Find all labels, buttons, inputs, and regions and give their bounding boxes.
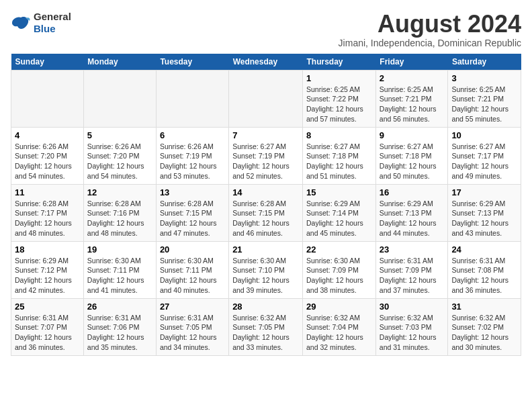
day-number: 17 bbox=[451, 187, 517, 197]
calendar-cell: 17Sunrise: 6:29 AMSunset: 7:13 PMDayligh… bbox=[448, 184, 521, 241]
calendar-header-row: SundayMondayTuesdayWednesdayThursdayFrid… bbox=[11, 54, 521, 71]
day-number: 24 bbox=[451, 244, 517, 255]
day-info: Sunrise: 6:29 AMSunset: 7:12 PMDaylight:… bbox=[15, 256, 80, 295]
day-number: 25 bbox=[15, 302, 80, 312]
day-number: 10 bbox=[451, 130, 517, 140]
day-number: 20 bbox=[160, 244, 225, 255]
calendar-cell: 22Sunrise: 6:30 AMSunset: 7:09 PMDayligh… bbox=[303, 241, 376, 298]
calendar-cell: 7Sunrise: 6:27 AMSunset: 7:19 PMDaylight… bbox=[229, 127, 303, 184]
calendar-cell: 25Sunrise: 6:31 AMSunset: 7:07 PMDayligh… bbox=[11, 298, 84, 355]
day-number: 29 bbox=[306, 302, 372, 312]
day-number: 26 bbox=[87, 302, 152, 312]
day-info: Sunrise: 6:25 AMSunset: 7:22 PMDaylight:… bbox=[306, 85, 372, 124]
calendar-cell: 26Sunrise: 6:31 AMSunset: 7:06 PMDayligh… bbox=[83, 298, 156, 355]
calendar-cell: 10Sunrise: 6:27 AMSunset: 7:17 PMDayligh… bbox=[448, 127, 521, 184]
calendar-cell: 28Sunrise: 6:32 AMSunset: 7:05 PMDayligh… bbox=[229, 298, 303, 355]
day-info: Sunrise: 6:31 AMSunset: 7:06 PMDaylight:… bbox=[87, 313, 152, 353]
calendar-cell: 30Sunrise: 6:32 AMSunset: 7:03 PMDayligh… bbox=[375, 298, 448, 355]
calendar-cell: 9Sunrise: 6:27 AMSunset: 7:18 PMDaylight… bbox=[375, 127, 448, 184]
day-number: 5 bbox=[87, 130, 152, 140]
calendar-cell: 3Sunrise: 6:25 AMSunset: 7:21 PMDaylight… bbox=[448, 70, 521, 127]
day-info: Sunrise: 6:31 AMSunset: 7:08 PMDaylight:… bbox=[451, 256, 517, 295]
calendar-cell: 4Sunrise: 6:26 AMSunset: 7:20 PMDaylight… bbox=[11, 127, 84, 184]
day-number: 4 bbox=[15, 130, 80, 140]
day-number: 23 bbox=[380, 244, 445, 255]
day-info: Sunrise: 6:27 AMSunset: 7:18 PMDaylight:… bbox=[380, 142, 445, 181]
day-number: 9 bbox=[380, 130, 445, 140]
calendar-cell: 2Sunrise: 6:25 AMSunset: 7:21 PMDaylight… bbox=[375, 70, 448, 127]
day-info: Sunrise: 6:28 AMSunset: 7:16 PMDaylight:… bbox=[87, 199, 152, 238]
logo-text: General Blue bbox=[34, 11, 71, 35]
calendar-cell: 27Sunrise: 6:31 AMSunset: 7:05 PMDayligh… bbox=[156, 298, 228, 355]
day-info: Sunrise: 6:26 AMSunset: 7:20 PMDaylight:… bbox=[87, 142, 152, 181]
day-info: Sunrise: 6:31 AMSunset: 7:07 PMDaylight:… bbox=[15, 313, 80, 353]
day-number: 19 bbox=[87, 244, 152, 255]
day-number: 22 bbox=[306, 244, 372, 255]
day-number: 30 bbox=[380, 302, 445, 312]
calendar-cell: 15Sunrise: 6:29 AMSunset: 7:14 PMDayligh… bbox=[303, 184, 376, 241]
day-info: Sunrise: 6:30 AMSunset: 7:11 PMDaylight:… bbox=[160, 256, 225, 295]
calendar-cell bbox=[83, 70, 156, 127]
day-info: Sunrise: 6:28 AMSunset: 7:15 PMDaylight:… bbox=[232, 199, 299, 238]
day-info: Sunrise: 6:27 AMSunset: 7:18 PMDaylight:… bbox=[306, 142, 372, 181]
calendar-cell: 8Sunrise: 6:27 AMSunset: 7:18 PMDaylight… bbox=[303, 127, 376, 184]
day-number: 3 bbox=[451, 73, 517, 83]
weekday-header-tuesday: Tuesday bbox=[156, 54, 228, 71]
day-number: 12 bbox=[87, 187, 152, 197]
day-info: Sunrise: 6:29 AMSunset: 7:13 PMDaylight:… bbox=[451, 199, 517, 238]
day-info: Sunrise: 6:29 AMSunset: 7:14 PMDaylight:… bbox=[306, 199, 372, 238]
weekday-header-friday: Friday bbox=[375, 54, 448, 71]
day-number: 21 bbox=[232, 244, 299, 255]
calendar-cell: 21Sunrise: 6:30 AMSunset: 7:10 PMDayligh… bbox=[229, 241, 303, 298]
day-info: Sunrise: 6:31 AMSunset: 7:09 PMDaylight:… bbox=[380, 256, 445, 295]
day-number: 27 bbox=[160, 302, 225, 312]
day-info: Sunrise: 6:29 AMSunset: 7:13 PMDaylight:… bbox=[380, 199, 445, 238]
calendar-cell: 12Sunrise: 6:28 AMSunset: 7:16 PMDayligh… bbox=[83, 184, 156, 241]
day-info: Sunrise: 6:25 AMSunset: 7:21 PMDaylight:… bbox=[380, 85, 445, 124]
calendar-cell: 19Sunrise: 6:30 AMSunset: 7:11 PMDayligh… bbox=[83, 241, 156, 298]
logo: General Blue bbox=[11, 11, 71, 35]
day-info: Sunrise: 6:26 AMSunset: 7:20 PMDaylight:… bbox=[15, 142, 80, 181]
calendar-cell: 6Sunrise: 6:26 AMSunset: 7:19 PMDaylight… bbox=[156, 127, 228, 184]
day-number: 15 bbox=[306, 187, 372, 197]
calendar-cell: 13Sunrise: 6:28 AMSunset: 7:15 PMDayligh… bbox=[156, 184, 228, 241]
day-info: Sunrise: 6:30 AMSunset: 7:10 PMDaylight:… bbox=[232, 256, 299, 295]
day-number: 7 bbox=[232, 130, 299, 140]
calendar-week-row: 18Sunrise: 6:29 AMSunset: 7:12 PMDayligh… bbox=[11, 241, 521, 298]
weekday-header-thursday: Thursday bbox=[303, 54, 376, 71]
day-info: Sunrise: 6:32 AMSunset: 7:05 PMDaylight:… bbox=[232, 313, 299, 353]
calendar-table: SundayMondayTuesdayWednesdayThursdayFrid… bbox=[11, 54, 521, 356]
calendar-cell: 11Sunrise: 6:28 AMSunset: 7:17 PMDayligh… bbox=[11, 184, 84, 241]
calendar-week-row: 11Sunrise: 6:28 AMSunset: 7:17 PMDayligh… bbox=[11, 184, 521, 241]
calendar-cell: 18Sunrise: 6:29 AMSunset: 7:12 PMDayligh… bbox=[11, 241, 84, 298]
logo-bird-icon bbox=[11, 15, 31, 31]
weekday-header-wednesday: Wednesday bbox=[229, 54, 303, 71]
calendar-cell: 31Sunrise: 6:32 AMSunset: 7:02 PMDayligh… bbox=[448, 298, 521, 355]
day-info: Sunrise: 6:32 AMSunset: 7:04 PMDaylight:… bbox=[306, 313, 372, 353]
day-number: 31 bbox=[451, 302, 517, 312]
calendar-cell bbox=[11, 70, 84, 127]
day-number: 2 bbox=[380, 73, 445, 83]
day-number: 16 bbox=[380, 187, 445, 197]
day-info: Sunrise: 6:28 AMSunset: 7:17 PMDaylight:… bbox=[15, 199, 80, 238]
calendar-cell: 23Sunrise: 6:31 AMSunset: 7:09 PMDayligh… bbox=[375, 241, 448, 298]
day-info: Sunrise: 6:32 AMSunset: 7:02 PMDaylight:… bbox=[451, 313, 517, 353]
day-info: Sunrise: 6:25 AMSunset: 7:21 PMDaylight:… bbox=[451, 85, 517, 124]
calendar-cell: 20Sunrise: 6:30 AMSunset: 7:11 PMDayligh… bbox=[156, 241, 228, 298]
day-number: 13 bbox=[160, 187, 225, 197]
calendar-cell bbox=[229, 70, 303, 127]
calendar-cell bbox=[156, 70, 228, 127]
calendar-cell: 24Sunrise: 6:31 AMSunset: 7:08 PMDayligh… bbox=[448, 241, 521, 298]
day-info: Sunrise: 6:32 AMSunset: 7:03 PMDaylight:… bbox=[380, 313, 445, 353]
day-info: Sunrise: 6:30 AMSunset: 7:11 PMDaylight:… bbox=[87, 256, 152, 295]
calendar-cell: 29Sunrise: 6:32 AMSunset: 7:04 PMDayligh… bbox=[303, 298, 376, 355]
calendar-cell: 1Sunrise: 6:25 AMSunset: 7:22 PMDaylight… bbox=[303, 70, 376, 127]
weekday-header-saturday: Saturday bbox=[448, 54, 521, 71]
day-number: 18 bbox=[15, 244, 80, 255]
day-info: Sunrise: 6:27 AMSunset: 7:19 PMDaylight:… bbox=[232, 142, 299, 181]
day-info: Sunrise: 6:30 AMSunset: 7:09 PMDaylight:… bbox=[306, 256, 372, 295]
day-number: 6 bbox=[160, 130, 225, 140]
calendar-week-row: 4Sunrise: 6:26 AMSunset: 7:20 PMDaylight… bbox=[11, 127, 521, 184]
day-info: Sunrise: 6:27 AMSunset: 7:17 PMDaylight:… bbox=[451, 142, 517, 181]
calendar-cell: 16Sunrise: 6:29 AMSunset: 7:13 PMDayligh… bbox=[375, 184, 448, 241]
